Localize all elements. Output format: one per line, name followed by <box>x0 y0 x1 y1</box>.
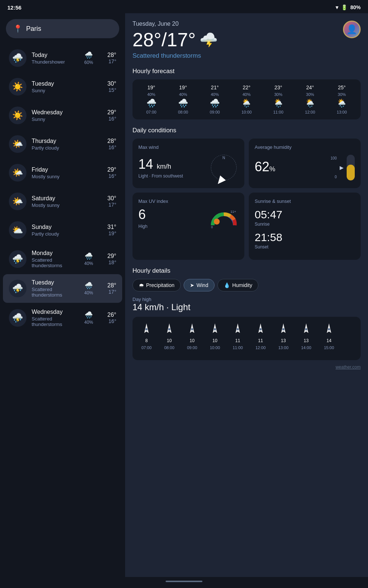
status-bar: 12:56 ▾ 🔋 80% <box>0 0 368 13</box>
hour-weather-icon: 🌧️ <box>210 98 220 108</box>
wind-speed-value: 11 <box>235 338 240 343</box>
main-layout: 📍 Paris ⛈️ Today Thundershower 🌧️ 60% 28… <box>0 13 368 577</box>
sunrise-label: Sunrise <box>255 222 355 227</box>
day-condition: Partly cloudy <box>32 231 76 237</box>
wind-time-value: 13:00 <box>278 345 289 350</box>
humidity-labels: 100 0 <box>330 156 337 179</box>
day-weather-icon: 🌤️ <box>9 135 26 153</box>
uv-card-title: Max UV index <box>138 198 238 204</box>
day-temps: 29° 16° <box>102 166 116 179</box>
day-precipitation: 🌧️ 40% <box>81 311 96 325</box>
day-condition: Thundershower <box>32 59 76 65</box>
day-weather-icon: ⛈️ <box>9 250 26 268</box>
day-item[interactable]: ⛈️ Today Thundershower 🌧️ 60% 28° 17° <box>3 44 122 72</box>
wind-arrow-item: 14 15:00 <box>319 323 339 350</box>
wind-direction-arrow <box>185 323 199 336</box>
svg-point-4 <box>145 328 148 330</box>
day-temps: 28° 16° <box>102 138 116 150</box>
wind-arrows-row: 8 07:00 10 08:00 10 09:00 10 10:00 <box>137 323 356 350</box>
day-temp-high: 28° <box>107 282 116 289</box>
wind-direction-arrow <box>300 323 313 336</box>
avatar[interactable]: 👤 <box>343 21 361 38</box>
status-time: 12:56 <box>7 4 21 11</box>
day-item[interactable]: ⛈️ Tuesday Scattered thunderstorms 🌧️ 40… <box>3 274 122 303</box>
wind-speed-value: 13 <box>304 338 308 343</box>
hour-weather-icon: 🌦️ <box>273 98 283 108</box>
day-info: Wednesday Scattered thunderstorms <box>32 309 76 327</box>
day-temp-high: 30° <box>107 80 116 87</box>
day-weather-icon: 🌤️ <box>9 193 26 210</box>
day-item[interactable]: ⛅ Sunday Partly cloudy 31° 19° <box>3 216 122 244</box>
wind-direction-arrow <box>254 323 267 336</box>
day-item[interactable]: ⛈️ Monday Scattered thunderstorms 🌧️ 40%… <box>3 245 122 273</box>
detail-tab[interactable]: ➤Wind <box>184 279 215 291</box>
hour-item: 19° 40% 🌧️ 08:00 <box>168 85 198 114</box>
precip-icon: 🌧️ <box>85 51 93 59</box>
day-condition: Mostly sunny <box>32 202 76 208</box>
hour-precip-pct: 30% <box>338 92 346 97</box>
hour-temp: 24° <box>306 85 314 90</box>
wind-speed: 14 km/h <box>138 157 183 172</box>
wind-time-value: 08:00 <box>164 345 174 350</box>
wind-time-value: 15:00 <box>324 345 334 350</box>
day-temp-high: 29° <box>107 166 116 173</box>
detail-tab[interactable]: 🌧Precipitation <box>132 279 181 291</box>
day-info: Saturday Mostly sunny <box>32 195 76 208</box>
hour-time: 09:00 <box>210 110 220 114</box>
tab-label: Wind <box>197 282 208 288</box>
day-weather-icon: ⛅ <box>9 221 26 239</box>
wind-speed-value: 10 <box>167 338 171 343</box>
precip-pct: 40% <box>84 290 93 295</box>
wind-speed-value: 8 <box>145 338 148 343</box>
day-item[interactable]: 🌤️ Thursday Partly cloudy 28° 16° <box>3 130 122 158</box>
wind-direction-arrow <box>140 323 153 336</box>
detail-tab[interactable]: 💧Humidity <box>217 279 258 291</box>
day-item[interactable]: ☀️ Tuesday Sunny 30° 15° <box>3 73 122 101</box>
hour-temp: 19° <box>148 85 155 90</box>
location-name: Paris <box>26 25 41 33</box>
weather-attribution: weather.com <box>132 360 361 373</box>
detail-tabs: 🌧Precipitation➤Wind💧Humidity <box>132 279 361 291</box>
battery-level: 80% <box>350 4 361 10</box>
temp-high-low: 28°/17° <box>132 29 196 51</box>
hour-weather-icon: 🌦️ <box>305 98 315 108</box>
day-item[interactable]: ⛈️ Wednesday Scattered thunderstorms 🌧️ … <box>3 304 122 332</box>
hour-precip-pct: 30% <box>306 92 314 97</box>
wind-arrow-item: 8 07:00 <box>137 323 156 350</box>
day-info: Today Thundershower <box>32 52 76 65</box>
hourly-forecast-title: Hourly forecast <box>132 68 361 75</box>
day-condition: Partly cloudy <box>32 145 76 151</box>
day-weather-icon: ⛈️ <box>9 49 26 67</box>
wind-arrow-item: 11 11:00 <box>228 323 247 350</box>
day-item[interactable]: 🌤️ Friday Mostly sunny 29° 16° <box>3 159 122 187</box>
day-name: Thursday <box>32 138 76 144</box>
day-item[interactable]: 🌤️ Saturday Mostly sunny 30° 17° <box>3 187 122 215</box>
day-name: Saturday <box>32 195 76 202</box>
day-temp-low: 15° <box>109 87 116 93</box>
wind-summary: Day high 14 km/h · Light <box>132 297 361 312</box>
wind-speed-value: 10 <box>190 338 194 343</box>
precip-pct: 40% <box>84 261 93 266</box>
day-condition: Scattered thunderstorms <box>32 316 76 327</box>
hour-weather-icon: 🌧️ <box>146 98 156 108</box>
day-temp-low: 16° <box>109 116 116 122</box>
day-temp-low: 17° <box>109 202 116 208</box>
day-info: Tuesday Sunny <box>32 80 76 93</box>
day-condition: Scattered thunderstorms <box>32 257 76 268</box>
day-precipitation: 🌧️ 40% <box>81 282 96 295</box>
day-weather-icon: ⛈️ <box>9 309 26 327</box>
day-item[interactable]: ☀️ Wednesday Sunny 29° 16° <box>3 101 122 129</box>
day-condition: Scattered thunderstorms <box>32 287 76 298</box>
location-bar[interactable]: 📍 Paris <box>6 19 119 38</box>
wind-speed-value: 13 <box>281 338 286 343</box>
humidity-bar-inner <box>347 165 355 180</box>
day-temp-high: 29° <box>107 109 116 116</box>
nav-bar <box>0 577 368 588</box>
precip-icon: 🌧️ <box>85 282 93 290</box>
day-temp-high: 29° <box>107 253 116 259</box>
hour-time: 07:00 <box>146 110 156 114</box>
wind-card: Max wind 14 km/h Light · From southwest … <box>132 139 244 188</box>
wind-day-high-label: Day high <box>132 297 361 302</box>
day-temps: 30° 17° <box>102 195 116 208</box>
wind-speed-main: 14 km/h · Light <box>132 302 361 312</box>
